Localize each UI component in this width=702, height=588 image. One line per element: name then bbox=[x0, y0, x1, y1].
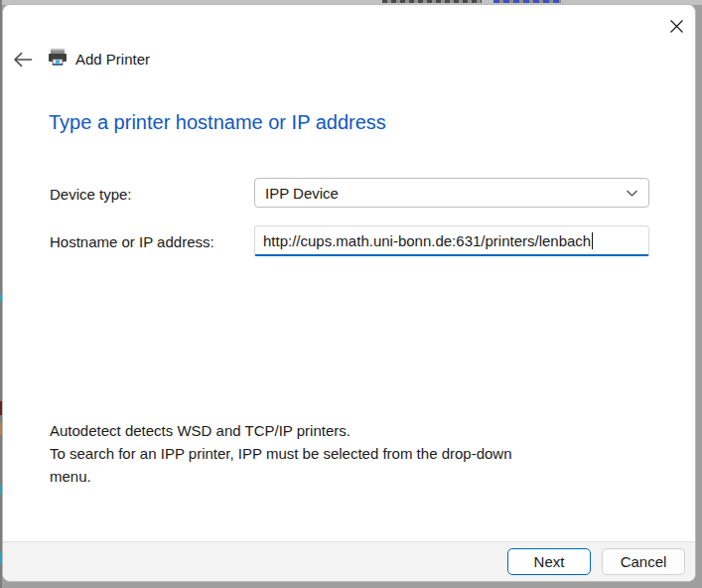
back-arrow-icon bbox=[13, 52, 33, 68]
dialog-footer: Next Cancel bbox=[3, 541, 695, 581]
hostname-input-value: http://cups.math.uni-bonn.de:631/printer… bbox=[263, 232, 591, 249]
page-title: Type a printer hostname or IP address bbox=[49, 108, 386, 136]
device-type-value: IPP Device bbox=[265, 185, 339, 202]
help-line: menu. bbox=[50, 465, 512, 488]
chevron-down-icon bbox=[626, 189, 638, 198]
background-text-fragment bbox=[382, 0, 482, 3]
hostname-label: Hostname or IP address: bbox=[50, 229, 214, 255]
close-icon bbox=[669, 19, 684, 34]
app-title: Add Printer bbox=[75, 49, 150, 69]
next-button[interactable]: Next bbox=[507, 548, 591, 575]
close-button[interactable] bbox=[662, 12, 690, 40]
cancel-button[interactable]: Cancel bbox=[602, 548, 685, 575]
hostname-input[interactable]: http://cups.math.uni-bonn.de:631/printer… bbox=[254, 225, 649, 256]
device-type-dropdown[interactable]: IPP Device bbox=[254, 178, 649, 208]
back-button[interactable] bbox=[9, 47, 37, 73]
help-line: To search for an IPP printer, IPP must b… bbox=[50, 442, 512, 465]
help-line: Autodetect detects WSD and TCP/IP printe… bbox=[50, 419, 512, 442]
add-printer-dialog: Add Printer Type a printer hostname or I… bbox=[2, 4, 696, 582]
help-text: Autodetect detects WSD and TCP/IP printe… bbox=[50, 419, 512, 488]
text-caret bbox=[592, 232, 593, 249]
background-text-fragment-blue bbox=[493, 0, 561, 3]
device-type-label: Device type: bbox=[50, 182, 132, 208]
printer-icon bbox=[47, 47, 69, 69]
